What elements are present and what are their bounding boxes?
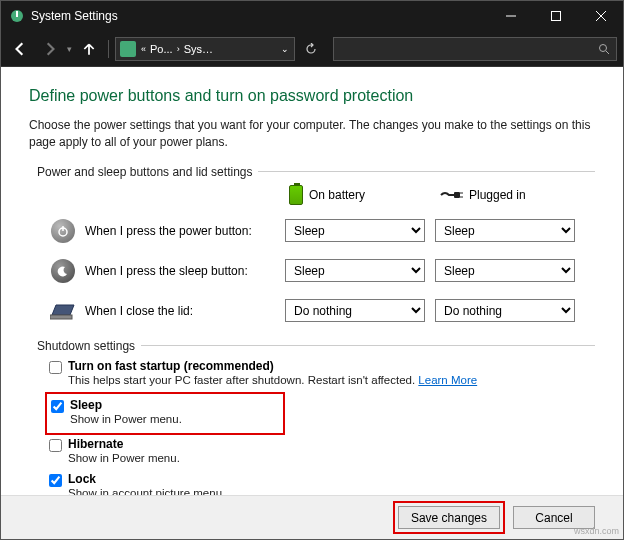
plugged-in-label: Plugged in <box>469 188 526 202</box>
close-button[interactable] <box>578 1 623 31</box>
window-title: System Settings <box>31 9 488 23</box>
power-icon <box>51 219 75 243</box>
learn-more-link[interactable]: Learn More <box>418 374 477 386</box>
battery-icon <box>289 185 303 205</box>
moon-icon <box>51 259 75 283</box>
lock-checkbox[interactable] <box>49 474 62 487</box>
breadcrumb[interactable]: « Po... › Syste... ⌄ <box>115 37 295 61</box>
up-button[interactable] <box>76 36 102 62</box>
svg-rect-3 <box>551 12 560 21</box>
fast-startup-checkbox[interactable] <box>49 361 62 374</box>
lock-label: Lock <box>68 472 96 486</box>
back-button[interactable] <box>7 36 33 62</box>
maximize-button[interactable] <box>533 1 578 31</box>
fast-startup-row: Turn on fast startup (recommended) This … <box>49 357 595 392</box>
svg-rect-8 <box>454 192 460 198</box>
sleep-row: Sleep Show in Power menu. <box>51 396 279 431</box>
sleep-label: Sleep <box>70 398 102 412</box>
svg-point-6 <box>600 44 607 51</box>
hibernate-row: Hibernate Show in Power menu. <box>49 435 595 470</box>
svg-rect-14 <box>50 315 72 319</box>
column-headers: On battery Plugged in <box>289 185 595 205</box>
plug-icon <box>439 189 463 201</box>
section-header-buttons: Power and sleep buttons and lid settings <box>37 165 595 179</box>
sleep-button-row: When I press the sleep button: Sleep Sle… <box>29 251 595 291</box>
button-bar: Save changes Cancel <box>1 495 623 539</box>
sleep-plugged-select[interactable]: Sleep <box>435 259 575 282</box>
save-button-highlight: Save changes <box>393 501 505 534</box>
watermark: wsxdn.com <box>574 526 619 536</box>
sleep-button-label: When I press the sleep button: <box>85 264 285 278</box>
sleep-option-highlight: Sleep Show in Power menu. <box>45 392 285 435</box>
search-icon <box>598 43 610 55</box>
hibernate-sub: Show in Power menu. <box>68 452 180 464</box>
power-button-row: When I press the power button: Sleep Sle… <box>29 211 595 251</box>
laptop-lid-icon <box>50 301 76 321</box>
fast-startup-label: Turn on fast startup (recommended) <box>68 359 274 373</box>
titlebar: System Settings <box>1 1 623 31</box>
save-button[interactable]: Save changes <box>398 506 500 529</box>
lid-plugged-select[interactable]: Do nothing <box>435 299 575 322</box>
hibernate-checkbox[interactable] <box>49 439 62 452</box>
folder-icon <box>120 41 136 57</box>
breadcrumb-segment[interactable]: Syste... <box>181 43 219 55</box>
sleep-checkbox[interactable] <box>51 400 64 413</box>
page-heading: Define power buttons and turn on passwor… <box>29 87 595 105</box>
on-battery-label: On battery <box>309 188 365 202</box>
search-input[interactable] <box>340 43 598 55</box>
forward-button[interactable] <box>37 36 63 62</box>
minimize-button[interactable] <box>488 1 533 31</box>
power-button-label: When I press the power button: <box>85 224 285 238</box>
power-battery-select[interactable]: Sleep <box>285 219 425 242</box>
app-icon <box>9 8 25 24</box>
svg-line-7 <box>606 51 609 54</box>
refresh-button[interactable] <box>299 43 323 55</box>
breadcrumb-segment[interactable]: Po... <box>147 43 176 55</box>
hibernate-label: Hibernate <box>68 437 123 451</box>
lid-battery-select[interactable]: Do nothing <box>285 299 425 322</box>
sleep-sub: Show in Power menu. <box>70 413 182 425</box>
content-area: Define power buttons and turn on passwor… <box>1 67 623 505</box>
svg-marker-13 <box>52 305 74 315</box>
svg-rect-1 <box>16 11 18 17</box>
sleep-battery-select[interactable]: Sleep <box>285 259 425 282</box>
section-header-shutdown: Shutdown settings <box>37 339 595 353</box>
page-description: Choose the power settings that you want … <box>29 117 595 151</box>
search-box[interactable] <box>333 37 617 61</box>
nav-toolbar: ▾ « Po... › Syste... ⌄ <box>1 31 623 67</box>
lid-label: When I close the lid: <box>85 304 285 318</box>
power-plugged-select[interactable]: Sleep <box>435 219 575 242</box>
lid-row: When I close the lid: Do nothing Do noth… <box>29 291 595 331</box>
